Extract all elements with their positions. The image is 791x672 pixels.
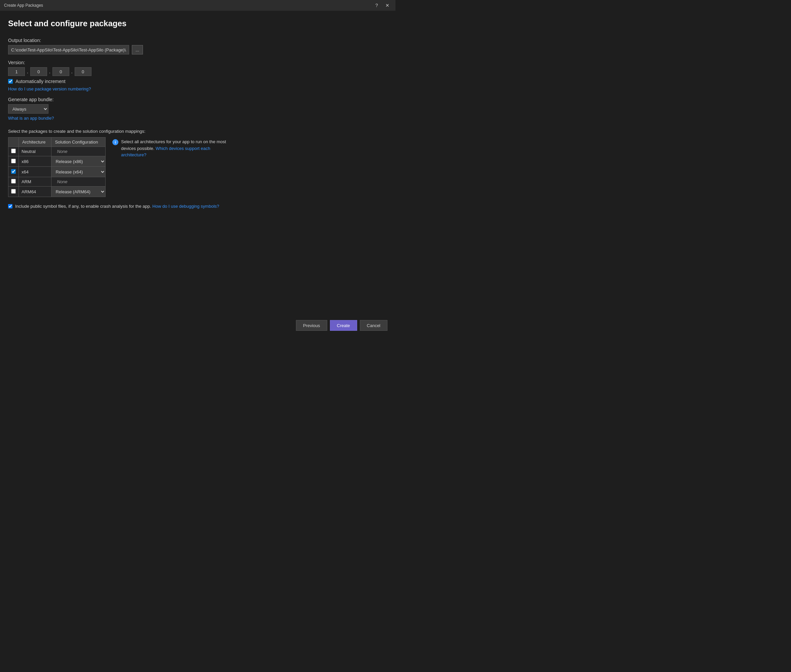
symbol-label: Include public symbol files, if any, to … <box>15 204 219 209</box>
packages-table: Architecture Solution Configuration Neut… <box>8 137 106 197</box>
packages-layout: Architecture Solution Configuration Neut… <box>8 137 387 197</box>
auto-increment-row: Automatically increment <box>8 78 387 84</box>
window-title: Create App Packages <box>4 3 43 8</box>
cancel-button[interactable]: Cancel <box>360 320 387 331</box>
config-cell-arm: None <box>51 177 106 187</box>
version-input-3[interactable] <box>53 67 69 76</box>
bundle-label: Generate app bundle: <box>8 97 387 102</box>
content-area: Select and configure packages Output loc… <box>0 11 396 315</box>
version-dot-1: . <box>27 69 28 74</box>
version-label: Version: <box>8 60 387 65</box>
arch-checkbox-neutral[interactable] <box>11 149 16 153</box>
config-cell-x64: Release (x64)Debug (x64) <box>51 167 106 177</box>
arch-checkbox-x64[interactable] <box>11 169 16 174</box>
page-title: Select and configure packages <box>8 19 387 28</box>
output-location-input[interactable] <box>8 45 129 54</box>
auto-increment-label: Automatically increment <box>16 78 66 84</box>
arch-cell-neutral: Neutral <box>19 147 51 156</box>
version-input-4[interactable] <box>75 67 91 76</box>
arch-cell-arm64: ARM64 <box>19 187 51 197</box>
help-button[interactable]: ? <box>373 2 381 10</box>
title-bar: Create App Packages ? ✕ <box>0 0 396 11</box>
table-row: ARMNone <box>8 177 106 187</box>
config-select-x64[interactable]: Release (x64)Debug (x64) <box>51 167 105 177</box>
check-cell <box>8 156 19 167</box>
table-row: x86Release (x86)Debug (x86) <box>8 156 106 167</box>
table-row: ARM64Release (ARM64)Debug (ARM64) <box>8 187 106 197</box>
browse-button[interactable]: ... <box>132 45 143 54</box>
check-cell <box>8 167 19 177</box>
packages-label: Select the packages to create and the so… <box>8 129 387 134</box>
symbol-section: Include public symbol files, if any, to … <box>8 204 387 209</box>
create-button[interactable]: Create <box>330 320 357 331</box>
col-check-header <box>8 138 19 147</box>
close-button[interactable]: ✕ <box>383 2 391 10</box>
bundle-section: Generate app bundle: Always As needed Ne… <box>8 97 387 121</box>
version-input-2[interactable] <box>30 67 47 76</box>
version-input-1[interactable] <box>8 67 25 76</box>
check-cell <box>8 187 19 197</box>
config-cell-neutral: None <box>51 147 106 156</box>
table-row: NeutralNone <box>8 147 106 156</box>
version-row: . . . <box>8 67 387 76</box>
config-select-x86[interactable]: Release (x86)Debug (x86) <box>51 156 105 166</box>
auto-increment-checkbox[interactable] <box>8 79 13 84</box>
arch-cell-x64: x64 <box>19 167 51 177</box>
bundle-help-link[interactable]: What is an app bundle? <box>8 116 54 121</box>
col-arch-header: Architecture <box>19 138 51 147</box>
config-cell-x86: Release (x86)Debug (x86) <box>51 156 106 167</box>
window: Create App Packages ? ✕ Select and confi… <box>0 0 396 336</box>
arch-cell-arm: ARM <box>19 177 51 187</box>
table-row: x64Release (x64)Debug (x64) <box>8 167 106 177</box>
version-dot-2: . <box>49 69 50 74</box>
bundle-select[interactable]: Always As needed Never <box>8 104 48 114</box>
arch-checkbox-x86[interactable] <box>11 159 16 163</box>
check-cell <box>8 147 19 156</box>
path-row: ... <box>8 45 387 54</box>
col-config-header: Solution Configuration <box>51 138 106 147</box>
info-text: Select all architectures for your app to… <box>121 139 227 158</box>
output-location-label: Output location: <box>8 38 387 43</box>
config-cell-arm64: Release (ARM64)Debug (ARM64) <box>51 187 106 197</box>
arch-cell-x86: x86 <box>19 156 51 167</box>
packages-table-wrapper: Architecture Solution Configuration Neut… <box>8 137 106 197</box>
title-bar-controls: ? ✕ <box>373 2 391 10</box>
check-cell <box>8 177 19 187</box>
info-icon: i <box>112 139 118 145</box>
version-section: Version: . . . Automatically increment H… <box>8 60 387 91</box>
symbol-help-link[interactable]: How do I use debugging symbols? <box>152 204 219 209</box>
footer: Previous Create Cancel <box>0 315 396 336</box>
info-panel: i Select all architectures for your app … <box>112 137 227 158</box>
output-location-section: Output location: ... <box>8 38 387 54</box>
arch-checkbox-arm64[interactable] <box>11 189 16 194</box>
packages-section: Select the packages to create and the so… <box>8 129 387 197</box>
symbol-checkbox[interactable] <box>8 204 13 208</box>
config-select-arm64[interactable]: Release (ARM64)Debug (ARM64) <box>51 187 105 197</box>
version-help-link[interactable]: How do I use package version numbering? <box>8 86 91 91</box>
previous-button[interactable]: Previous <box>296 320 327 331</box>
version-dot-3: . <box>71 69 73 74</box>
arch-checkbox-arm[interactable] <box>11 179 16 184</box>
arch-help-link[interactable]: Which devices support each architecture? <box>121 146 210 158</box>
